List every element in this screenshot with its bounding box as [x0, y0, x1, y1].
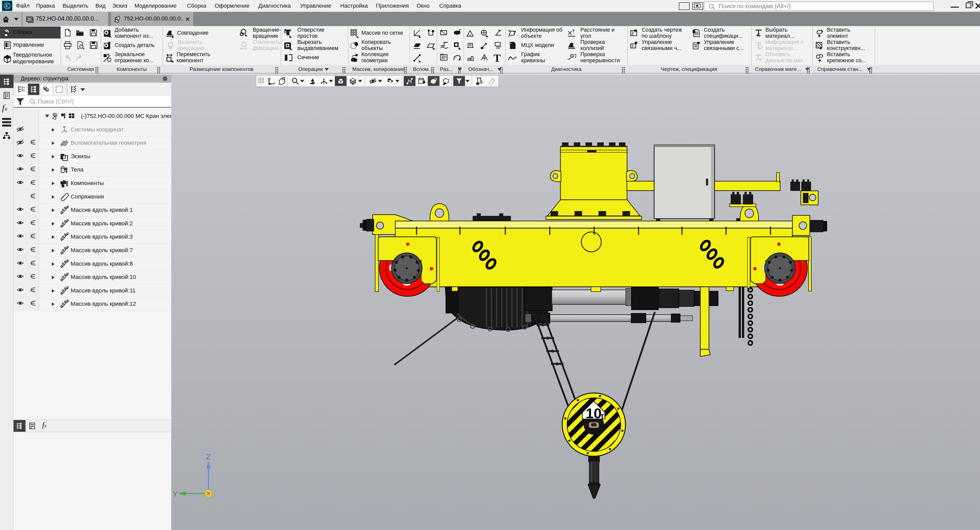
- svg-text:10: 10: [586, 405, 601, 421]
- svg-text:Z: Z: [206, 452, 210, 461]
- svg-text:Y: Y: [172, 490, 178, 498]
- svg-text:т: т: [600, 411, 605, 420]
